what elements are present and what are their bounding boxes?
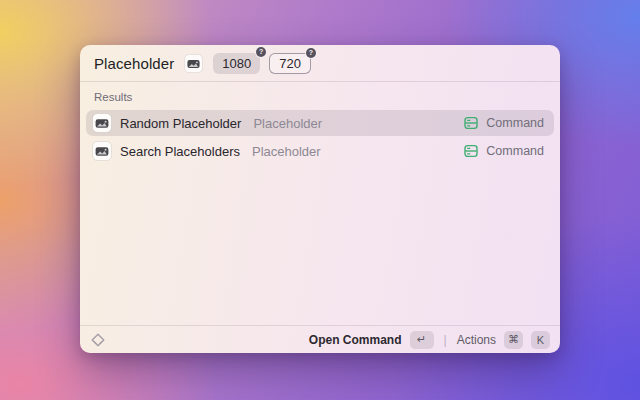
command-window-icon (464, 144, 478, 158)
primary-action-label[interactable]: Open Command (309, 333, 402, 347)
result-row-random-placeholder[interactable]: Random Placeholder Placeholder Command (86, 110, 554, 136)
search-bar[interactable]: Placeholder 1080 ? 720 ? (80, 45, 560, 82)
argument-height-value: 720 (279, 56, 301, 71)
argument-height-pill[interactable]: 720 ? (269, 53, 311, 74)
return-key-badge[interactable]: ↵ (410, 331, 434, 349)
placeholder-extension-icon (92, 141, 112, 161)
argument-width-value: 1080 (222, 56, 251, 71)
result-row-search-placeholders[interactable]: Search Placeholders Placeholder Command (86, 138, 554, 164)
placeholder-extension-icon (184, 54, 203, 73)
k-key-badge[interactable]: K (531, 331, 550, 349)
launcher-window: Placeholder 1080 ? 720 ? Results Random … (80, 45, 560, 353)
result-type-label: Command (486, 116, 544, 130)
result-subtitle: Placeholder (253, 116, 322, 131)
result-type-label: Command (486, 144, 544, 158)
results-header: Results (86, 89, 554, 110)
command-window-icon (464, 116, 478, 130)
argument-width-pill[interactable]: 1080 ? (213, 53, 260, 74)
footer-divider: | (442, 333, 449, 347)
raycast-diamond-icon (90, 332, 106, 348)
result-title: Random Placeholder (120, 116, 241, 131)
argument-info-badge: ? (256, 47, 266, 57)
argument-info-badge: ? (306, 48, 316, 58)
result-title: Search Placeholders (120, 144, 240, 159)
results-panel: Results Random Placeholder Placeholder C… (80, 82, 560, 325)
cmd-key-badge[interactable]: ⌘ (504, 331, 523, 349)
placeholder-extension-icon (92, 113, 112, 133)
search-query[interactable]: Placeholder (94, 55, 174, 72)
actions-menu-label[interactable]: Actions (457, 333, 496, 347)
action-bar: Open Command ↵ | Actions ⌘ K (80, 325, 560, 353)
result-subtitle: Placeholder (252, 144, 321, 159)
argument-list: 1080 ? 720 ? (213, 53, 311, 74)
